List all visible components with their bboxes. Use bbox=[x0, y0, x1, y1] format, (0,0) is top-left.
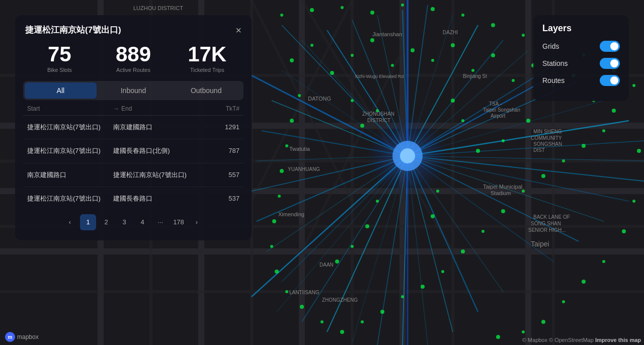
svg-point-129 bbox=[370, 11, 374, 15]
table-row: 南京建國路口 捷運松江南京站(7號出口) 557 bbox=[23, 163, 244, 187]
svg-point-122 bbox=[376, 200, 379, 203]
svg-point-93 bbox=[481, 230, 485, 233]
svg-point-73 bbox=[351, 54, 354, 57]
improve-map-link[interactable]: Improve this map bbox=[595, 337, 641, 343]
svg-point-107 bbox=[278, 195, 281, 198]
svg-text:Airport: Airport bbox=[491, 113, 506, 119]
table-row: 捷運松江南京站(7號出口) 建國長春路口 537 bbox=[23, 187, 244, 210]
layer-stations-toggle[interactable] bbox=[600, 58, 620, 69]
page-ellipsis: ··· bbox=[152, 214, 169, 230]
svg-text:Xizhi-Wugu Elevated Rd: Xizhi-Wugu Elevated Rd bbox=[355, 74, 404, 79]
svg-point-141 bbox=[622, 229, 626, 233]
svg-text:ZHONGSHAN: ZHONGSHAN bbox=[362, 111, 394, 117]
svg-text:BACK LANE OF: BACK LANE OF bbox=[533, 214, 570, 220]
svg-point-143 bbox=[582, 280, 586, 284]
svg-point-138 bbox=[632, 84, 635, 87]
page-4-button[interactable]: 4 bbox=[134, 214, 150, 230]
svg-point-108 bbox=[280, 169, 284, 173]
map-attribution: © Mapbox © OpenStreetMap Improve this ma… bbox=[522, 337, 641, 343]
layers-panel: Layers Grids Stations Routes bbox=[533, 15, 629, 101]
svg-point-131 bbox=[431, 7, 435, 11]
svg-point-86 bbox=[612, 109, 616, 113]
panel-title: 捷運松江南京站(7號出口) bbox=[25, 24, 121, 36]
svg-point-121 bbox=[431, 214, 435, 218]
svg-point-144 bbox=[562, 300, 565, 303]
svg-point-124 bbox=[351, 245, 354, 248]
row3-tkt: 557 bbox=[199, 170, 239, 180]
svg-text:Twatutia: Twatutia bbox=[289, 146, 310, 152]
svg-text:Taipei: Taipei bbox=[531, 240, 549, 248]
svg-text:LANTIISANG: LANTIISANG bbox=[289, 290, 319, 295]
svg-point-71 bbox=[310, 44, 313, 47]
svg-point-133 bbox=[491, 23, 495, 27]
svg-point-132 bbox=[461, 14, 464, 17]
svg-point-103 bbox=[285, 290, 288, 293]
svg-text:YUANHUANG: YUANHUANG bbox=[288, 166, 320, 172]
page-3-button[interactable]: 3 bbox=[116, 214, 132, 230]
stat-ticketed-trips-value: 17K bbox=[173, 43, 242, 66]
row4-start: 捷運松江南京站(7號出口) bbox=[27, 194, 113, 203]
mapbox-logo-mark: m bbox=[5, 332, 15, 342]
stat-ticketed-trips-label: Ticketed Trips bbox=[173, 67, 242, 73]
svg-point-81 bbox=[512, 79, 515, 82]
mapbox-logo: m mapbox bbox=[5, 332, 39, 342]
svg-point-125 bbox=[335, 260, 339, 264]
svg-point-92 bbox=[501, 209, 505, 213]
stat-active-routes-value: 889 bbox=[99, 43, 168, 66]
svg-text:Binjiang St: Binjiang St bbox=[463, 73, 487, 79]
layer-routes-toggle[interactable] bbox=[600, 75, 620, 86]
stats-row: 75 Bike Slots 889 Active Routes 17K Tick… bbox=[15, 43, 252, 81]
row1-start: 捷運松江南京站(7號出口) bbox=[27, 123, 113, 132]
layers-title: Layers bbox=[542, 23, 620, 34]
svg-text:TSA -: TSA - bbox=[489, 101, 502, 107]
svg-point-113 bbox=[360, 124, 364, 128]
svg-text:DATONG: DATONG bbox=[308, 96, 331, 102]
arrow-icon: → bbox=[113, 105, 119, 112]
svg-point-78 bbox=[451, 43, 455, 47]
svg-point-89 bbox=[562, 159, 565, 162]
tab-outbound[interactable]: Outbound bbox=[170, 82, 242, 99]
tab-bar: All Inbound Outbound bbox=[23, 81, 244, 100]
svg-point-94 bbox=[461, 249, 465, 253]
svg-point-88 bbox=[582, 144, 586, 148]
svg-text:SONG SHAN: SONG SHAN bbox=[531, 221, 561, 226]
tab-all[interactable]: All bbox=[25, 82, 97, 99]
svg-text:DAZHI: DAZHI bbox=[443, 30, 458, 35]
svg-point-119 bbox=[526, 119, 530, 123]
svg-text:MIN SHENG: MIN SHENG bbox=[533, 129, 562, 134]
layer-item-routes: Routes bbox=[542, 75, 620, 86]
next-page-button[interactable]: › bbox=[189, 214, 205, 230]
page-2-button[interactable]: 2 bbox=[98, 214, 114, 230]
close-button[interactable]: × bbox=[235, 25, 242, 35]
svg-point-74 bbox=[370, 38, 374, 42]
row3-end: 捷運松江南京站(7號出口) bbox=[113, 170, 199, 180]
layer-stations-label: Stations bbox=[542, 59, 568, 67]
svg-text:ZHONGZHENG: ZHONGZHENG bbox=[322, 297, 358, 303]
svg-point-101 bbox=[320, 320, 324, 323]
svg-point-105 bbox=[270, 245, 273, 248]
layer-routes-label: Routes bbox=[542, 76, 565, 84]
prev-page-button[interactable]: ‹ bbox=[62, 214, 78, 230]
col-end-label: End bbox=[121, 105, 132, 112]
svg-point-100 bbox=[340, 330, 344, 334]
svg-point-115 bbox=[451, 99, 455, 103]
table-row: 捷運松江南京站(7號出口) 建國長春路口(北側) 787 bbox=[23, 139, 244, 163]
svg-text:SONGSHAN: SONGSHAN bbox=[533, 141, 562, 147]
svg-point-142 bbox=[602, 260, 605, 263]
page-last-button[interactable]: 178 bbox=[171, 214, 187, 230]
table-row: 捷運松江南京站(7號出口) 南京建國路口 1291 bbox=[23, 116, 244, 139]
svg-point-126 bbox=[280, 14, 283, 17]
svg-point-116 bbox=[461, 119, 464, 122]
layer-grids-toggle[interactable] bbox=[600, 41, 620, 52]
row4-tkt: 537 bbox=[199, 194, 239, 203]
mapbox-logo-text: mapbox bbox=[17, 333, 39, 340]
svg-point-146 bbox=[522, 330, 525, 333]
tab-inbound[interactable]: Inbound bbox=[98, 82, 170, 99]
pagination: ‹ 1 2 3 4 ··· 178 › bbox=[15, 210, 252, 232]
page-1-button[interactable]: 1 bbox=[80, 214, 96, 230]
row1-tkt: 1291 bbox=[199, 123, 239, 132]
svg-text:LUZHOU DISTRICT: LUZHOU DISTRICT bbox=[133, 5, 183, 11]
svg-point-72 bbox=[330, 71, 334, 75]
svg-point-127 bbox=[310, 8, 314, 12]
svg-point-99 bbox=[361, 320, 364, 323]
